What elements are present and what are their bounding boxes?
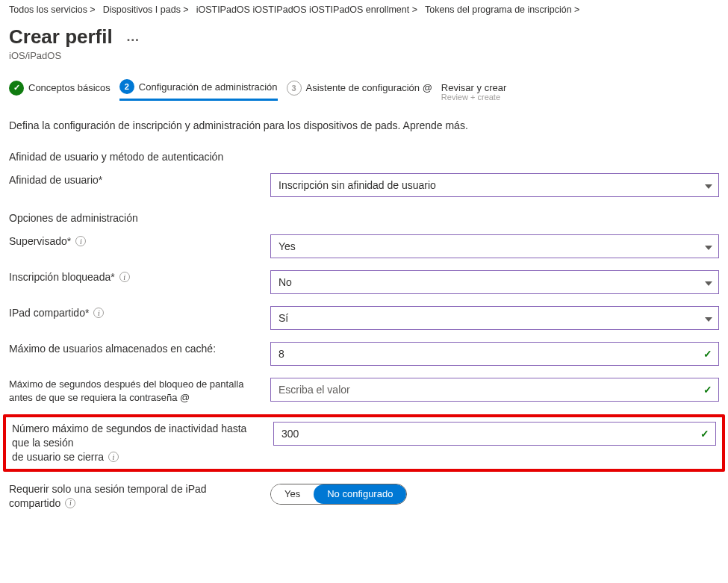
row-shared-ipad: IPad compartido* i Sí [9, 306, 719, 331]
label-max-cached-users: Máximo de usuarios almacenados en caché: [9, 342, 270, 356]
row-user-affinity: Afinidad de usuario* Inscripción sin afi… [9, 173, 719, 199]
page-title: Crear perfil [9, 25, 113, 49]
input-max-inactivity[interactable]: 300 ✓ [273, 422, 716, 446]
wizard-step-ghost-label: Review + create [441, 93, 500, 102]
label-user-affinity: Afinidad de usuario* [9, 173, 270, 187]
wizard-step-label: Configuración de administración [139, 81, 278, 93]
toggle-option-yes[interactable]: Yes [271, 484, 314, 504]
row-locked-enrollment: Inscripción bloqueada* i No [9, 270, 719, 296]
input-value: 8 [279, 348, 284, 360]
breadcrumb-item[interactable]: Dispositivos I pads > [103, 4, 189, 15]
label-require-temp-session: Requerir solo una sesión temporal de iPa… [9, 482, 270, 511]
select-user-affinity[interactable]: Inscripción sin afinidad de usuario [270, 173, 719, 197]
select-value: Yes [279, 240, 296, 252]
section-heading-auth: Afinidad de usuario y método de autentic… [9, 151, 719, 163]
check-icon: ✓ [700, 428, 709, 439]
select-supervised[interactable]: Yes [270, 234, 719, 258]
breadcrumb-item[interactable]: Todos los servicios > [9, 4, 96, 15]
more-actions-button[interactable]: … [122, 29, 145, 45]
info-icon[interactable]: i [93, 308, 104, 318]
wizard-step-setup-assistant[interactable]: 3 Asistente de configuración @ [287, 81, 432, 100]
toggle-require-temp-session[interactable]: Yes No configurado [270, 484, 407, 505]
page-title-row: Crear perfil … [9, 25, 719, 49]
page-subtitle: iOS/iPadOS [9, 50, 719, 61]
toggle-option-not-configured[interactable]: No configurado [314, 484, 406, 504]
wizard-step-label: Revisar y crear [441, 82, 506, 93]
input-max-cached-users[interactable]: 8 ✓ [270, 342, 719, 366]
breadcrumb: Todos los servicios > Dispositivos I pad… [9, 0, 719, 21]
label-max-seconds-after-lock: Máximo de segundos después del bloqueo d… [9, 378, 270, 404]
chevron-down-icon [705, 277, 712, 287]
wizard-step-management[interactable]: 2 Configuración de administración [119, 79, 278, 101]
step-number-icon: 3 [287, 81, 302, 96]
input-value: 300 [281, 428, 299, 440]
input-placeholder: Escriba el valor [279, 384, 350, 396]
chevron-down-icon [705, 313, 712, 323]
check-icon: ✓ [703, 349, 712, 359]
breadcrumb-item[interactable]: iOSTIPadOS iOSTIPadOS iOSTIPadOS enrollm… [196, 4, 417, 15]
row-max-seconds-after-lock: Máximo de segundos después del bloqueo d… [9, 378, 719, 404]
chevron-down-icon [705, 241, 712, 252]
step-number-icon: 2 [119, 79, 134, 94]
select-value: Inscripción sin afinidad de usuario [279, 179, 436, 191]
wizard-step-review[interactable]: Revisar y crear Review + create [441, 82, 506, 98]
info-icon[interactable]: i [75, 236, 86, 246]
check-icon: ✓ [9, 81, 24, 96]
info-icon[interactable]: i [108, 452, 119, 462]
label-supervised: Supervisado* i [9, 234, 270, 249]
wizard-steps: ✓ Conceptos básicos 2 Configuración de a… [9, 79, 719, 102]
chevron-down-icon [705, 180, 712, 190]
intro-text: Defina la configuración de inscripción y… [9, 119, 719, 131]
row-max-cached-users: Máximo de usuarios almacenados en caché:… [9, 342, 719, 367]
breadcrumb-item[interactable]: Tokens del programa de inscripción > [425, 4, 579, 15]
label-max-inactivity: Número máximo de segundos de inactividad… [12, 422, 273, 464]
section-heading-management: Opciones de administración [9, 212, 719, 224]
wizard-step-label: Asistente de configuración @ [306, 82, 432, 93]
select-locked-enrollment[interactable]: No [270, 270, 719, 294]
row-require-temp-session: Requerir solo una sesión temporal de iPa… [9, 482, 719, 511]
wizard-step-label: Conceptos básicos [28, 82, 111, 93]
select-shared-ipad[interactable]: Sí [270, 306, 719, 330]
row-supervised: Supervisado* i Yes [9, 234, 719, 260]
check-icon: ✓ [703, 384, 712, 395]
label-locked-enrollment: Inscripción bloqueada* i [9, 270, 270, 284]
wizard-step-basics[interactable]: ✓ Conceptos básicos [9, 81, 111, 100]
info-icon[interactable]: i [65, 498, 75, 508]
label-shared-ipad: IPad compartido* i [9, 306, 270, 320]
row-max-inactivity: Número máximo de segundos de inactividad… [12, 422, 716, 464]
highlight-max-inactivity: Número máximo de segundos de inactividad… [3, 414, 725, 472]
select-value: Sí [279, 312, 288, 324]
info-icon[interactable]: i [119, 272, 130, 282]
input-max-seconds-after-lock[interactable]: Escriba el valor ✓ [270, 378, 719, 402]
select-value: No [279, 276, 292, 288]
